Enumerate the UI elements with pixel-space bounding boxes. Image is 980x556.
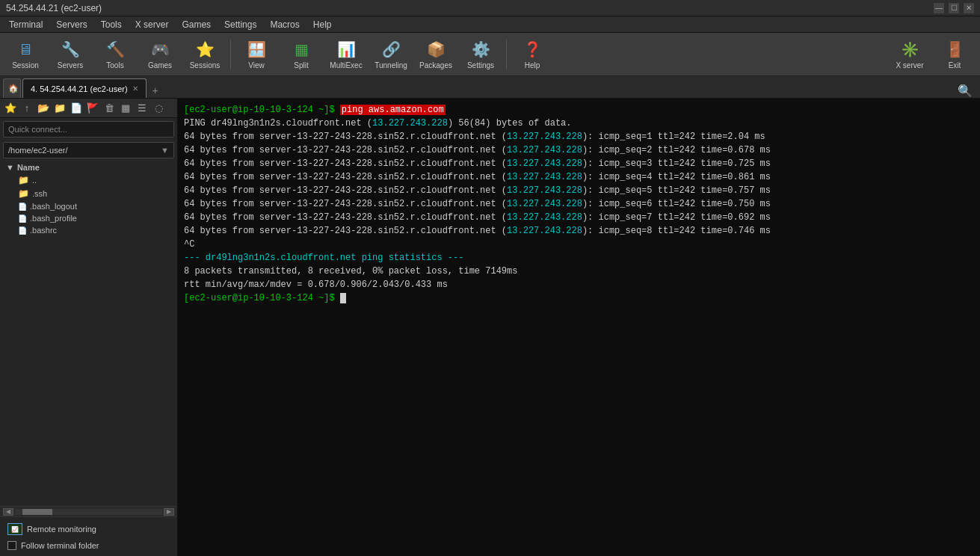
- left-file-button[interactable]: 📄: [69, 101, 84, 116]
- split-label: Split: [294, 61, 308, 70]
- menu-settings[interactable]: Settings: [218, 18, 262, 31]
- multiexec-icon: 📊: [336, 39, 357, 60]
- close-button[interactable]: ✕: [964, 3, 974, 13]
- left-panel-bottom: 📈 Remote monitoring Follow terminal fold…: [0, 516, 177, 556]
- left-slash-button[interactable]: ◌: [151, 101, 166, 116]
- left-new-folder-button[interactable]: 📁: [52, 101, 67, 116]
- toolbar-multiexec-button[interactable]: 📊 MultiExec: [325, 35, 367, 74]
- menu-servers[interactable]: Servers: [50, 18, 93, 31]
- left-grid-button[interactable]: ▦: [118, 101, 133, 116]
- toolbar-xserver-button[interactable]: ✳️ X server: [889, 35, 931, 74]
- tab-bar-right: 🔍: [953, 84, 977, 98]
- toolbar-tools-button[interactable]: 🔨 Tools: [94, 35, 136, 74]
- terminal-line-1: [ec2-user@ip-10-10-3-124 ~]$ ping aws.am…: [184, 103, 974, 117]
- toolbar-tunneling-button[interactable]: 🔗 Tunneling: [370, 35, 412, 74]
- view-icon: 🪟: [246, 39, 267, 60]
- tree-item-up[interactable]: 📁 ..: [0, 173, 177, 187]
- tab-add-button[interactable]: +: [148, 83, 163, 98]
- toolbar-split-button[interactable]: ▦ Split: [280, 35, 322, 74]
- scroll-left-button[interactable]: ◀: [3, 508, 13, 516]
- menu-xserver[interactable]: X server: [129, 18, 175, 31]
- tree-item-up-label: ..: [32, 176, 37, 185]
- left-flag-button[interactable]: 🚩: [85, 101, 100, 116]
- menu-macros[interactable]: Macros: [264, 18, 305, 31]
- toolbar-sessions-button[interactable]: ⭐ Sessions: [184, 35, 226, 74]
- toolbar-session-button[interactable]: 🖥 Session: [4, 35, 46, 74]
- toolbar-servers-button[interactable]: 🔧 Servers: [49, 35, 91, 74]
- bash-profile-file-icon: 📄: [18, 214, 27, 223]
- toolbar-help-button[interactable]: ❓ Help: [511, 35, 553, 74]
- menu-tools[interactable]: Tools: [95, 18, 128, 31]
- tree-item-bash-logout-label: .bash_logout: [30, 202, 77, 211]
- menu-terminal[interactable]: Terminal: [3, 18, 49, 31]
- settings-icon: ⚙️: [470, 39, 491, 60]
- terminal-line-prompt2: [ec2-user@ip-10-10-3-124 ~]$: [184, 291, 974, 305]
- servers-icon: 🔧: [60, 39, 81, 60]
- tree-item-bashrc[interactable]: 📄 .bashrc: [0, 224, 177, 236]
- path-bar[interactable]: /home/ec2-user/ ▼: [3, 142, 174, 158]
- toolbar-separator-2: [506, 40, 507, 70]
- terminal-line-3: 64 bytes from server-13-227-243-228.sin5…: [184, 143, 974, 157]
- tree-item-ssh[interactable]: 📁 .ssh: [0, 187, 177, 200]
- toolbar-view-button[interactable]: 🪟 View: [235, 35, 277, 74]
- left-up-button[interactable]: ↑: [19, 101, 34, 116]
- games-label: Games: [148, 61, 172, 70]
- tab-close-icon[interactable]: ✕: [132, 84, 138, 93]
- home-icon: 🏠: [8, 84, 19, 93]
- remote-monitoring-item[interactable]: 📈 Remote monitoring: [3, 520, 174, 538]
- tab-bar: 🏠 4. 54.254.44.21 (ec2-user) ✕ + 🔍: [0, 76, 980, 99]
- left-bullet-button[interactable]: ☰: [135, 101, 150, 116]
- menu-help[interactable]: Help: [307, 18, 338, 31]
- exit-label: Exit: [949, 61, 961, 70]
- scroll-right-button[interactable]: ▶: [164, 508, 174, 516]
- tree-header[interactable]: ▼ Name: [0, 161, 177, 173]
- session-label: Session: [12, 61, 39, 70]
- sessions-label: Sessions: [190, 61, 221, 70]
- terminal-line-2: 64 bytes from server-13-227-243-228.sin5…: [184, 130, 974, 143]
- left-scrollbar[interactable]: ◀ ▶: [0, 506, 177, 516]
- multiexec-label: MultiExec: [330, 61, 362, 70]
- follow-terminal-checkbox[interactable]: [7, 541, 16, 550]
- games-icon: 🎮: [150, 39, 170, 60]
- tree-item-ssh-label: .ssh: [32, 189, 47, 198]
- terminal-line-6: 64 bytes from server-13-227-243-228.sin5…: [184, 184, 974, 197]
- tab-home[interactable]: 🏠: [3, 78, 21, 98]
- left-folder-button[interactable]: 📂: [36, 101, 51, 116]
- left-trash-button[interactable]: 🗑: [102, 101, 117, 116]
- toolbar-settings-button[interactable]: ⚙️ Settings: [460, 35, 502, 74]
- toolbar-exit-button[interactable]: 🚪 Exit: [934, 35, 976, 74]
- tab-main[interactable]: 4. 54.254.44.21 (ec2-user) ✕: [22, 78, 147, 98]
- path-dropdown-icon[interactable]: ▼: [161, 146, 169, 155]
- menu-games[interactable]: Games: [176, 18, 217, 31]
- toolbar-games-button[interactable]: 🎮 Games: [139, 35, 181, 74]
- left-toolbar: ⭐ ↑ 📂 📁 📄 🚩 🗑 ▦ ☰ ◌: [0, 99, 177, 118]
- terminal-line-stats-header: --- dr49lng3n1n2s.cloudfront.net ping st…: [184, 251, 974, 265]
- session-icon: 🖥: [15, 39, 36, 60]
- tree-item-bashrc-label: .bashrc: [30, 226, 57, 235]
- monitor-icon: 📈: [7, 523, 22, 535]
- terminal-line-ctrlc: ^C: [184, 238, 974, 251]
- maximize-button[interactable]: ☐: [949, 3, 959, 13]
- tree-item-bash-profile[interactable]: 📄 .bash_profile: [0, 212, 177, 224]
- quick-connect-text: Quick connect...: [8, 125, 67, 134]
- toolbar-right: ✳️ X server 🚪 Exit: [889, 35, 976, 74]
- terminal-line-5: 64 bytes from server-13-227-243-228.sin5…: [184, 170, 974, 184]
- xserver-icon: ✳️: [899, 39, 920, 60]
- tab-search-icon[interactable]: 🔍: [953, 84, 977, 98]
- left-star-button[interactable]: ⭐: [3, 101, 18, 116]
- terminal-line-8: 64 bytes from server-13-227-243-228.sin5…: [184, 211, 974, 224]
- minimize-button[interactable]: —: [934, 3, 944, 13]
- servers-label: Servers: [58, 61, 83, 70]
- tunneling-icon: 🔗: [380, 39, 401, 60]
- tab-main-label: 4. 54.254.44.21 (ec2-user): [31, 84, 128, 93]
- quick-connect-bar[interactable]: Quick connect...: [3, 121, 174, 138]
- tree-item-bash-logout[interactable]: 📄 .bash_logout: [0, 200, 177, 212]
- scroll-track[interactable]: [15, 509, 162, 515]
- terminal-area[interactable]: [ec2-user@ip-10-10-3-124 ~]$ ping aws.am…: [178, 99, 980, 556]
- help-label: Help: [525, 61, 540, 70]
- follow-terminal-item[interactable]: Follow terminal folder: [3, 538, 174, 553]
- toolbar-packages-button[interactable]: 📦 Packages: [415, 35, 457, 74]
- left-panel: ⭐ ↑ 📂 📁 📄 🚩 🗑 ▦ ☰ ◌ Quick connect... /ho…: [0, 99, 178, 556]
- follow-terminal-label: Follow terminal folder: [21, 541, 99, 550]
- view-label: View: [248, 61, 265, 70]
